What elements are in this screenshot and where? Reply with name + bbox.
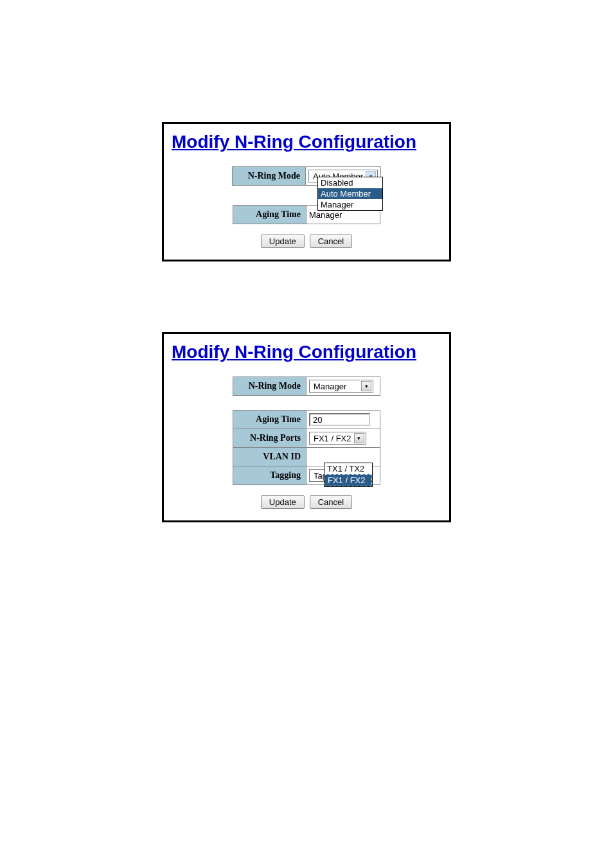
cancel-button[interactable]: Cancel [310,235,352,248]
panel-title: Modify N-Ring Configuration [169,342,444,362]
row-nring-mode: N-Ring Mode Manager ▾ [233,376,380,396]
ports-option-fx[interactable]: FX1 / FX2 [324,474,372,486]
value-nring-mode: Manager ▾ [306,376,380,396]
value-nring-ports: FX1 / FX2 ▾ [306,429,380,448]
config-panel-2: Modify N-Ring Configuration N-Ring Mode … [162,332,451,522]
select-value-text: FX1 / FX2 [311,434,354,443]
label-nring-mode: N-Ring Mode [232,166,306,186]
nring-mode-select[interactable]: Manager ▾ [309,380,373,393]
ports-option-tx[interactable]: TX1 / TX2 [324,463,372,474]
config-panel-1: Modify N-Ring Configuration N-Ring Mode … [162,122,451,261]
update-button[interactable]: Update [261,235,305,248]
label-nring-ports: N-Ring Ports [233,429,306,448]
cancel-button[interactable]: Cancel [310,495,352,509]
value-aging-time [306,410,380,429]
label-tagging: Tagging [233,466,306,485]
form-area: N-Ring Mode Manager ▾ Aging Time N-Ring … [169,376,444,509]
button-row: Update Cancel [261,495,352,509]
chevron-down-icon: ▾ [354,433,364,443]
form-area: N-Ring Mode Auto Member ▾ Aging Time Man… [169,166,444,248]
dropdown-option-disabled[interactable]: Disabled [318,177,382,188]
nring-mode-dropdown-list[interactable]: Disabled Auto Member Manager [317,177,383,211]
label-aging-time: Aging Time [233,205,306,224]
dropdown-option-auto-member[interactable]: Auto Member [318,188,382,199]
nring-ports-dropdown-list[interactable]: TX1 / TX2 FX1 / FX2 [324,463,373,487]
panel-title: Modify N-Ring Configuration [169,132,444,152]
update-button[interactable]: Update [261,495,305,509]
row-aging-time: Aging Time [233,410,380,429]
chevron-down-icon: ▾ [361,381,371,391]
button-row: Update Cancel [261,235,352,248]
label-nring-mode: N-Ring Mode [233,376,306,396]
dropdown-option-manager[interactable]: Manager [318,199,382,210]
row-nring-ports: N-Ring Ports FX1 / FX2 ▾ [233,429,380,448]
nring-ports-select[interactable]: FX1 / FX2 ▾ [309,432,366,445]
select-value-text: Manager [311,382,349,391]
aging-time-input[interactable] [309,413,370,426]
label-vlan-id: VLAN ID [233,448,306,466]
label-aging-time: Aging Time [233,410,306,429]
